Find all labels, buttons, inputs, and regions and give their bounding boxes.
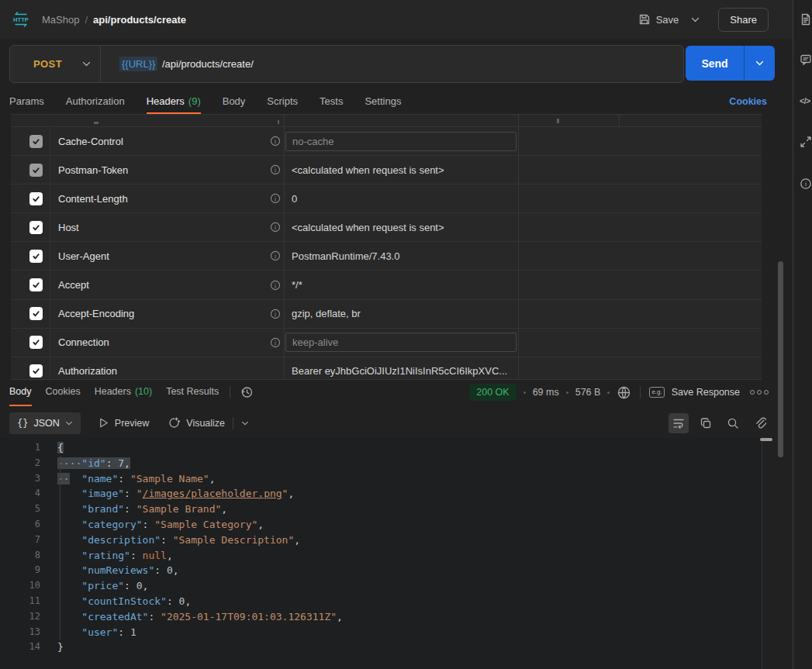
info-icon[interactable]: i: [270, 164, 281, 175]
info-icon[interactable]: i: [270, 193, 281, 204]
info-icon[interactable]: i: [270, 250, 281, 261]
send-options-chevron[interactable]: [744, 46, 775, 81]
visualize-button[interactable]: Visualize: [168, 416, 225, 429]
header-value[interactable]: keep-alive: [285, 333, 517, 352]
code-line: 3·· "name": "Sample Name",: [0, 471, 762, 487]
response-history-icon[interactable]: [240, 385, 254, 399]
line-number: 6: [0, 517, 40, 533]
save-options-chevron[interactable]: [686, 14, 704, 26]
header-key[interactable]: User-Agent: [58, 250, 109, 262]
tab-tests[interactable]: Tests: [320, 89, 343, 114]
info-icon[interactable]: i: [270, 222, 281, 233]
tab-test-results[interactable]: Test Results: [166, 378, 219, 406]
resize-panel-icon[interactable]: [800, 136, 812, 148]
header-value[interactable]: PostmanRuntime/7.43.0: [292, 250, 399, 262]
response-bar: BodyCookiesHeaders(10)Test Results 200 O…: [0, 378, 793, 406]
header-key[interactable]: Accept: [58, 279, 89, 291]
link-icon[interactable]: [750, 413, 770, 433]
header-checkbox[interactable]: [29, 164, 43, 177]
code-scrollbar[interactable]: [760, 438, 772, 441]
header-checkbox[interactable]: [29, 250, 43, 263]
header-value[interactable]: Bearer eyJhbGciOiJIUzI1NiIsInR5cCI6IkpXV…: [292, 365, 507, 377]
format-dropdown[interactable]: {} JSON: [9, 412, 81, 434]
header-key[interactable]: Authorization: [58, 365, 117, 377]
header-key[interactable]: Cache-Control: [58, 136, 123, 147]
info-icon[interactable]: i: [270, 309, 281, 319]
info-icon[interactable]: i: [800, 178, 812, 190]
network-globe-icon[interactable]: [617, 385, 631, 400]
header-checkbox[interactable]: [29, 278, 43, 291]
chevron-down-icon[interactable]: [241, 421, 249, 426]
header-checkbox[interactable]: [29, 221, 43, 234]
json-link[interactable]: /images/placeholder.png: [143, 488, 282, 499]
tab-scripts[interactable]: Scripts: [267, 89, 298, 114]
tab-params[interactable]: Params: [9, 89, 44, 114]
code-snippet-icon[interactable]: </>: [800, 95, 812, 107]
tab-label: Authorization: [66, 95, 125, 107]
header-checkbox[interactable]: [29, 307, 43, 320]
status-badge[interactable]: 200 OK: [469, 384, 516, 401]
save-button[interactable]: Save: [638, 13, 679, 26]
svg-text:i: i: [275, 339, 277, 347]
header-value[interactable]: 0: [292, 193, 297, 205]
search-icon[interactable]: [723, 413, 743, 433]
tab-headers[interactable]: Headers(10): [95, 378, 152, 406]
response-time[interactable]: 69 ms: [533, 387, 559, 398]
tab-headers[interactable]: Headers(9): [147, 89, 201, 114]
tab-settings[interactable]: Settings: [365, 89, 401, 114]
svg-text:i: i: [275, 281, 277, 289]
header-value[interactable]: gzip, deflate, br: [292, 308, 361, 319]
top-bar: HTTP MaShop / api/products/create Save S…: [0, 0, 793, 39]
send-button[interactable]: Send: [686, 46, 744, 81]
code-panel-edge: [762, 442, 762, 669]
tab-body[interactable]: Body: [9, 378, 32, 406]
cookies-link[interactable]: Cookies: [729, 96, 767, 107]
more-options-icon[interactable]: [750, 390, 769, 395]
viewer-actions: [669, 413, 793, 433]
comments-icon[interactable]: [800, 53, 812, 66]
breadcrumb-workspace[interactable]: MaShop: [42, 14, 79, 26]
info-icon[interactable]: i: [270, 280, 281, 291]
save-response-button[interactable]: Save Response: [672, 387, 740, 398]
info-icon[interactable]: i: [270, 337, 281, 348]
header-value[interactable]: <calculated when request is sent>: [292, 164, 444, 176]
line-number: 1: [0, 440, 40, 456]
breadcrumb-request-name[interactable]: api/products/create: [93, 14, 186, 26]
url-variable[interactable]: {{URL}}: [119, 57, 157, 71]
header-key[interactable]: Content-Length: [58, 193, 128, 205]
header-checkbox[interactable]: [29, 364, 43, 378]
breadcrumb-separator: /: [85, 14, 88, 26]
wrap-text-icon[interactable]: [669, 413, 689, 433]
header-checkbox[interactable]: [29, 192, 43, 205]
send-button-group: Send: [686, 46, 775, 81]
response-body-editor[interactable]: 1{2····"id": 7,3·· "name": "Sample Name"…: [0, 438, 762, 669]
share-button[interactable]: Share: [718, 8, 769, 32]
tab-authorization[interactable]: Authorization: [66, 89, 125, 114]
preview-button[interactable]: Preview: [98, 417, 149, 429]
tab-cookies[interactable]: Cookies: [46, 378, 81, 406]
header-key[interactable]: Host: [58, 222, 79, 233]
header-key[interactable]: Postman-Token: [58, 164, 128, 176]
info-icon[interactable]: i: [270, 136, 281, 147]
line-number: 14: [0, 640, 40, 655]
documentation-icon[interactable]: [800, 13, 812, 26]
code-line: 9 "numReviews": 0,: [0, 563, 762, 578]
headers-grid: Cache-Control i no-cache Postman-Token i…: [11, 114, 762, 380]
header-value[interactable]: */*: [292, 279, 302, 291]
header-value[interactable]: no-cache: [285, 132, 517, 151]
request-tabs-row: ParamsAuthorizationHeaders(9)BodyScripts…: [0, 89, 793, 114]
header-checkbox[interactable]: [29, 135, 43, 148]
visualize-label: Visualize: [186, 418, 225, 429]
divider: [233, 417, 233, 429]
svg-text:HTTP: HTTP: [13, 16, 29, 23]
tab-body[interactable]: Body: [223, 89, 246, 114]
method-selector[interactable]: POST: [10, 46, 101, 82]
url-input[interactable]: {{URL}} /api/products/create/: [119, 57, 254, 71]
response-size[interactable]: 576 B: [575, 387, 601, 398]
request-tabs: ParamsAuthorizationHeaders(9)BodyScripts…: [0, 89, 401, 114]
header-checkbox[interactable]: [29, 336, 43, 349]
copy-icon[interactable]: [696, 413, 716, 433]
header-key[interactable]: Connection: [58, 336, 109, 348]
header-key[interactable]: Accept-Encoding: [58, 308, 134, 319]
header-value[interactable]: <calculated when request is sent>: [292, 222, 444, 233]
